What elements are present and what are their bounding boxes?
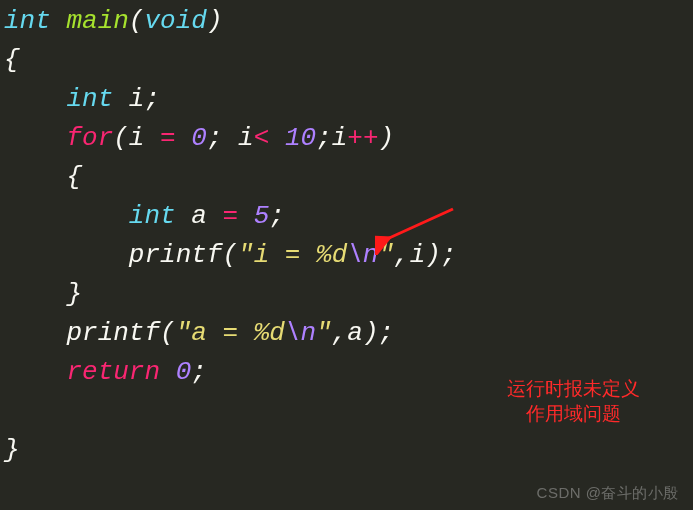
brace-close: }: [4, 435, 20, 465]
annotation-text: 运行时报未定义 作用域问题: [507, 377, 640, 426]
annotation-line-2: 作用域问题: [507, 402, 640, 427]
keyword-return: return: [66, 357, 160, 387]
brace-open: {: [4, 45, 20, 75]
keyword-for: for: [66, 123, 113, 153]
keyword-void: void: [144, 6, 206, 36]
keyword-int: int: [66, 84, 113, 114]
escape-sequence: \n: [285, 318, 316, 348]
watermark: CSDN @奋斗的小殷: [537, 482, 679, 505]
keyword-int: int: [4, 6, 51, 36]
brace-close: }: [66, 279, 82, 309]
string-literal: "a = %d: [176, 318, 285, 348]
escape-sequence: \n: [347, 240, 378, 270]
brace-open: {: [66, 162, 82, 192]
annotation-line-1: 运行时报未定义: [507, 377, 640, 402]
keyword-int: int: [129, 201, 176, 231]
string-literal: "i = %d: [238, 240, 347, 270]
function-main: main: [66, 6, 128, 36]
